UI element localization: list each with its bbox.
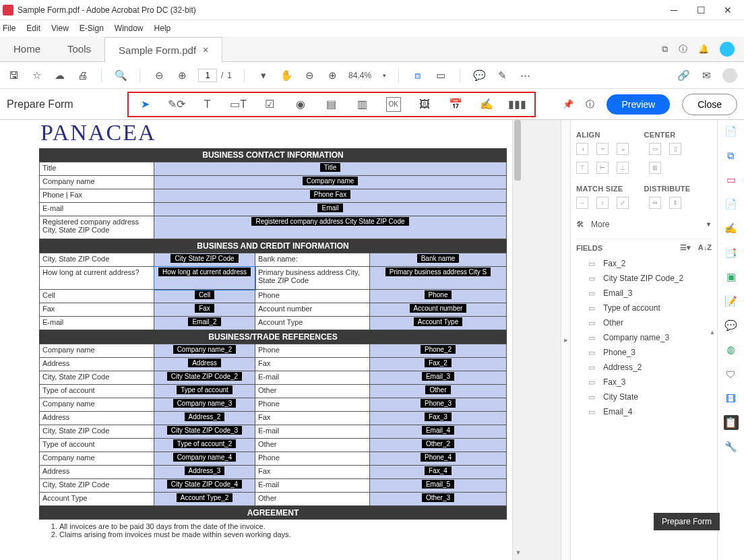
sign-icon[interactable]: ✍ [724,221,739,236]
help-icon[interactable]: ⓘ [679,43,687,55]
tab-home[interactable]: Home [0,36,54,61]
match-height-icon[interactable]: ↕ [596,197,609,209]
profile-icon[interactable] [722,68,737,83]
text-box-tool[interactable]: ▭T [231,97,246,112]
form-field[interactable]: Email_4 [370,425,507,439]
form-field[interactable]: Other_3 [370,493,507,506]
menu-file[interactable]: File [3,24,16,33]
window-minimize[interactable]: ─ [660,0,687,20]
print-icon[interactable]: 🖨 [75,69,89,81]
form-field[interactable]: Account number [370,303,507,317]
form-field[interactable]: Phone_2 [370,344,507,358]
scroll-down-icon[interactable]: ▼ [513,549,524,560]
menu-edit[interactable]: Edit [26,24,40,33]
form-field[interactable]: City State ZIP Code_2 [154,371,255,385]
select-field-tool[interactable]: ➤ [138,97,153,112]
field-list-item[interactable]: ▭Phone_3 [576,345,712,360]
quick-tools-icon[interactable]: ⧉ [662,44,668,55]
form-field[interactable]: Phone_4 [370,452,507,466]
align-left-icon[interactable]: ⫞ [576,143,588,155]
center-both-icon[interactable]: ⊞ [649,162,661,174]
signature-tool[interactable]: ✍ [479,97,494,112]
button-tool[interactable]: OK [386,97,401,112]
form-field[interactable]: Type of account [154,385,255,398]
image-tool[interactable]: 🖼 [417,97,432,112]
sort-az-icon[interactable]: A↓Z [698,243,712,251]
form-field[interactable]: Account Type_2 [154,493,255,506]
tab-document[interactable]: Sample Form.pdf × [104,37,222,62]
form-field[interactable]: Address_3 [154,466,255,479]
form-field[interactable]: Account Type [370,317,507,330]
scroll-thumb[interactable] [514,120,521,181]
zoom-in-icon[interactable]: ⊕ [326,69,339,82]
form-field[interactable]: Phone_3 [370,398,507,412]
form-field[interactable]: City State ZIP Code [154,253,255,267]
comment-icon[interactable]: 💬 [472,69,486,82]
form-field[interactable]: How long at current address [154,267,255,290]
field-list-item[interactable]: ▭Fax_2 [576,256,712,271]
form-field[interactable]: City State ZIP Code_3 [154,425,255,439]
form-field[interactable]: Fax_2 [370,358,507,371]
match-width-icon[interactable]: ↔ [576,197,588,209]
page-down-icon[interactable]: ⊕ [175,69,189,82]
field-list-item[interactable]: ▭Type of account [576,301,712,315]
sort-icon[interactable]: ☰▾ [680,243,691,251]
select-tool-icon[interactable]: ▾ [257,69,270,82]
more-dropdown[interactable]: 🛠 More ▼ [576,216,712,233]
form-field[interactable]: Address [154,358,255,371]
page-current-input[interactable] [198,69,217,82]
field-list-item[interactable]: ▭Other [576,315,712,330]
form-field[interactable]: Email_5 [370,479,507,493]
form-field[interactable]: Other_2 [370,439,507,452]
more-icon[interactable]: ⋯ [518,69,532,82]
field-list-item[interactable]: ▭Email_4 [576,404,712,419]
form-field[interactable]: Email_3 [370,371,507,385]
formbar-help-icon[interactable]: ⓘ [586,98,594,111]
prepare-form-rail-icon[interactable]: 📋 [724,415,739,430]
center-h-icon[interactable]: ▭ [649,143,661,155]
document-viewport[interactable]: PANACEA BUSINESS CONTACT INFORMATION Tit… [0,120,561,560]
field-list-item[interactable]: ▭City State [576,390,712,404]
zoom-out-icon[interactable]: ⊖ [303,69,316,82]
align-top-icon[interactable]: ⊤ [576,162,588,174]
align-middle-icon[interactable]: ⊢ [596,162,609,174]
more-tools-icon[interactable]: 🔧 [724,439,739,454]
tab-close-icon[interactable]: × [203,44,208,55]
form-field[interactable]: Fax_3 [370,412,507,425]
link-icon[interactable]: 🔗 [677,69,690,82]
form-field[interactable]: Company name_3 [154,398,255,412]
document-scrollbar[interactable]: ▲ ▼ [512,120,523,560]
field-list-item[interactable]: ▭Fax_3 [576,375,712,390]
center-v-icon[interactable]: ▯ [669,143,681,155]
form-field[interactable]: City State ZIP Code_4 [154,479,255,493]
zoom-level[interactable]: 84.4% [348,71,371,80]
form-field[interactable]: Type of account_2 [154,439,255,452]
window-maximize[interactable]: ☐ [687,0,714,20]
pin-icon[interactable]: 📌 [563,99,574,109]
mail-icon[interactable]: ✉ [700,69,713,82]
menu-help[interactable]: Help [154,24,171,33]
combine-icon[interactable]: ⧉ [724,148,739,163]
highlight-icon[interactable]: ✎ [495,69,509,82]
menu-view[interactable]: View [51,24,69,33]
match-both-icon[interactable]: ⤢ [617,197,629,209]
page-up-icon[interactable]: ⊖ [152,69,166,82]
close-button[interactable]: Close [682,94,737,115]
form-field[interactable]: Fax [154,303,255,317]
account-avatar[interactable] [720,42,735,57]
barcode-tool[interactable]: ▮▮▮ [510,97,525,112]
form-field[interactable]: Company name_2 [154,344,255,358]
form-field[interactable]: Company name [154,176,507,189]
organize-icon[interactable]: 📑 [724,245,739,260]
window-close[interactable]: ✕ [714,0,741,20]
protect-icon[interactable]: 🛡 [724,367,739,381]
tab-tools[interactable]: Tools [54,36,104,61]
form-field[interactable]: Cell [154,290,255,303]
align-right-icon[interactable]: ⫠ [617,143,629,155]
search-icon[interactable]: 🔍 [114,69,127,82]
align-center-h-icon[interactable]: ⫟ [596,143,609,155]
date-tool[interactable]: 📅 [448,97,463,112]
form-field[interactable]: Other [370,385,507,398]
radio-tool[interactable]: ◉ [293,97,308,112]
notifications-icon[interactable]: 🔔 [698,44,709,54]
